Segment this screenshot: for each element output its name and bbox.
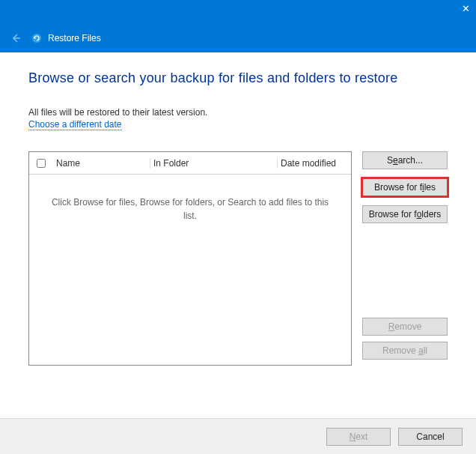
svg-point-0 [32,34,41,43]
body-row: Name In Folder Date modified Click Brows… [28,151,448,366]
column-in-folder[interactable]: In Folder [150,158,278,169]
restore-files-icon [30,31,43,45]
empty-list-message: Click Browse for files, Browse for folde… [29,175,351,365]
select-all-checkbox[interactable] [29,159,53,168]
cancel-button[interactable]: Cancel [398,428,463,446]
titlebar: ✕ [0,0,476,24]
next-button[interactable]: Next [326,428,391,446]
browse-for-folders-button[interactable]: Browse for folders [362,205,448,223]
footer: Next Cancel [0,418,476,454]
column-name[interactable]: Name [53,158,150,169]
right-buttons: Search... Browse for files Browse for fo… [362,151,448,366]
app-title: Restore Files [48,33,101,43]
file-list: Name In Folder Date modified Click Brows… [28,151,352,366]
back-arrow-icon[interactable] [9,31,22,45]
list-header: Name In Folder Date modified [29,152,351,175]
header: Restore Files [0,24,476,52]
page-title: Browse or search your backup for files a… [28,70,448,86]
search-button[interactable]: Search... [362,151,448,169]
choose-date-link[interactable]: Choose a different date [28,119,122,130]
info-line: All files will be restored to their late… [28,107,448,118]
column-date-modified[interactable]: Date modified [278,158,351,169]
remove-button[interactable]: Remove [362,318,448,336]
browse-for-files-button[interactable]: Browse for files [362,178,448,196]
remove-all-button[interactable]: Remove all [362,342,448,360]
close-icon[interactable]: ✕ [462,3,470,14]
content: Browse or search your backup for files a… [0,52,476,366]
